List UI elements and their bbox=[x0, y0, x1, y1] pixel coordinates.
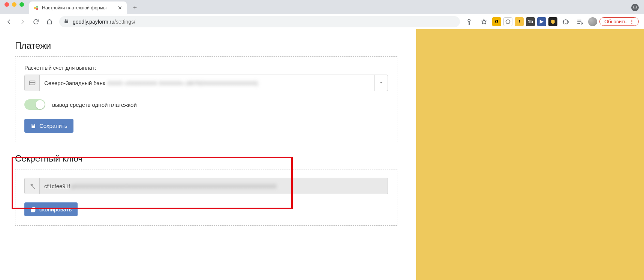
account-select[interactable]: Северо-Западный банк XXXX «XXXXXXXX XXXX… bbox=[24, 75, 388, 91]
incognito-indicator-icon bbox=[631, 4, 639, 11]
update-label: Обновить bbox=[604, 19, 626, 24]
sidebar-yellow-panel bbox=[416, 29, 644, 280]
account-hidden-text: XXXX «XXXXXXXX XXXXXX» (40702XXXXXXXXXXX… bbox=[108, 80, 258, 86]
address-bar[interactable]: goodly.payform.ru/settings/ bbox=[59, 16, 460, 27]
tab-favicon bbox=[33, 5, 39, 11]
menu-dots-icon: ⋮ bbox=[629, 19, 635, 24]
svg-point-0 bbox=[34, 7, 36, 9]
single-payout-toggle-row: вывод средств одной платежкой bbox=[24, 99, 388, 110]
tab-title: Настройки платежной формы bbox=[42, 5, 114, 10]
chevron-down-icon[interactable] bbox=[374, 75, 388, 91]
toolbar-right-icons: G l 1b Обновить ⋮ bbox=[464, 16, 641, 28]
payments-panel: Расчетный счет для выплат: Северо-Западн… bbox=[15, 56, 397, 142]
account-select-value: Северо-Западный банк XXXX «XXXXXXXX XXXX… bbox=[40, 75, 374, 91]
key-icon bbox=[25, 178, 40, 194]
extension-icon-flag[interactable] bbox=[537, 17, 546, 26]
extension-icon-g[interactable]: G bbox=[492, 17, 501, 26]
window-minimize[interactable] bbox=[12, 2, 16, 7]
media-playlist-icon[interactable] bbox=[574, 16, 586, 28]
copy-icon bbox=[30, 207, 36, 213]
extension-icon-l[interactable]: l bbox=[515, 17, 524, 26]
url-path: /settings/ bbox=[114, 19, 135, 25]
new-tab-button[interactable]: + bbox=[130, 3, 140, 13]
nav-back-button[interactable] bbox=[3, 16, 15, 28]
page-viewport: Платежи Расчетный счет для выплат: Север… bbox=[0, 29, 644, 280]
secret-key-visible: cf1cfee91f bbox=[44, 183, 70, 189]
browser-tab-active[interactable]: Настройки платежной формы ✕ bbox=[29, 1, 127, 14]
copy-button[interactable]: скопировать bbox=[24, 202, 78, 216]
nav-forward-button[interactable] bbox=[16, 16, 28, 28]
secret-key-value: cf1cfee91f aXXXXXXXXXXXXXXXXXXXXXXXXXXXX… bbox=[40, 178, 388, 194]
single-payout-toggle-label: вывод средств одной платежкой bbox=[52, 102, 137, 108]
nav-reload-button[interactable] bbox=[30, 16, 42, 28]
single-payout-toggle[interactable] bbox=[24, 99, 45, 110]
svg-point-1 bbox=[36, 6, 38, 7]
url-text: goodly.payform.ru/settings/ bbox=[73, 19, 135, 25]
svg-rect-5 bbox=[29, 82, 35, 83]
window-close[interactable] bbox=[4, 2, 9, 7]
window-zoom[interactable] bbox=[19, 2, 24, 7]
password-key-icon[interactable] bbox=[464, 16, 476, 28]
profile-avatar[interactable] bbox=[588, 17, 597, 26]
browser-update-button[interactable]: Обновить ⋮ bbox=[599, 17, 639, 26]
url-host: goodly.payform.ru bbox=[73, 19, 114, 25]
extension-icon-circle[interactable] bbox=[503, 17, 512, 26]
extensions-puzzle-icon[interactable] bbox=[560, 16, 572, 28]
extension-icon-1b[interactable]: 1b bbox=[526, 17, 535, 26]
copy-button-label: скопировать bbox=[39, 206, 72, 213]
browser-toolbar: goodly.payform.ru/settings/ G l 1b Обнов… bbox=[0, 14, 644, 29]
main-content: Платежи Расчетный счет для выплат: Север… bbox=[0, 29, 412, 248]
secret-key-field[interactable]: cf1cfee91f aXXXXXXXXXXXXXXXXXXXXXXXXXXXX… bbox=[24, 178, 388, 194]
save-icon bbox=[30, 123, 36, 129]
lock-icon bbox=[64, 18, 69, 25]
card-icon bbox=[25, 75, 40, 91]
extension-icon-box[interactable] bbox=[548, 17, 557, 26]
toggle-knob bbox=[36, 100, 45, 109]
secret-key-heading: Секретный ключ bbox=[15, 153, 397, 164]
window-controls bbox=[4, 0, 29, 14]
secret-key-panel: cf1cfee91f aXXXXXXXXXXXXXXXXXXXXXXXXXXXX… bbox=[15, 169, 397, 226]
browser-tabstrip: Настройки платежной формы ✕ + bbox=[0, 0, 644, 14]
save-button[interactable]: Сохранить bbox=[24, 119, 73, 133]
account-visible-text: Северо-Западный банк bbox=[44, 80, 105, 86]
bookmark-star-icon[interactable] bbox=[478, 16, 490, 28]
account-field-label: Расчетный счет для выплат: bbox=[24, 65, 388, 71]
svg-point-2 bbox=[36, 8, 38, 10]
tab-close-button[interactable]: ✕ bbox=[117, 5, 123, 11]
nav-home-button[interactable] bbox=[43, 16, 55, 28]
svg-point-3 bbox=[506, 19, 510, 24]
save-button-label: Сохранить bbox=[39, 123, 67, 129]
secret-key-hidden: aXXXXXXXXXXXXXXXXXXXXXXXXXXXXXXXXXXXXXXX… bbox=[71, 183, 277, 189]
payments-heading: Платежи bbox=[15, 40, 397, 51]
